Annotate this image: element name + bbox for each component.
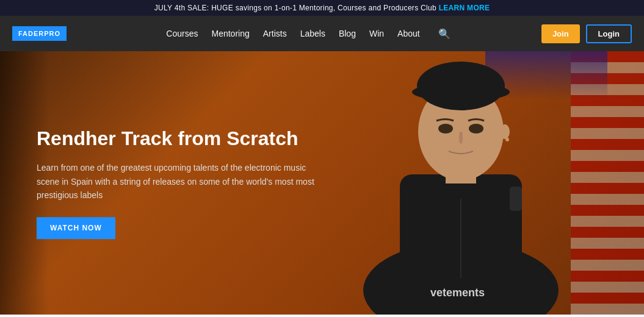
svg-point-6 <box>438 124 453 134</box>
announcement-bar: JULY 4th SALE: HUGE savings on 1-on-1 Me… <box>0 0 644 16</box>
svg-point-7 <box>469 124 483 134</box>
nav-item-win[interactable]: Win <box>369 29 384 38</box>
nav-item-labels[interactable]: Labels <box>300 29 325 38</box>
hero-content: Rendher Track from Scratch Learn from on… <box>37 127 330 239</box>
announcement-text: JULY 4th SALE: HUGE savings on 1-on-1 Me… <box>154 4 436 12</box>
nav-item-mentoring[interactable]: Mentoring <box>211 29 249 38</box>
navbar: FADERPRO Courses Mentoring Artists Label… <box>0 16 644 51</box>
nav-item-about[interactable]: About <box>397 29 420 38</box>
announcement-link[interactable]: LEARN MORE <box>439 4 490 12</box>
nav-item-courses[interactable]: Courses <box>166 29 198 38</box>
login-button[interactable]: Login <box>586 24 632 43</box>
watch-now-button[interactable]: WATCH NOW <box>37 217 115 239</box>
nav-actions: Join Login <box>541 24 632 43</box>
hero-person-image: vetements <box>339 51 583 315</box>
nav-item-artists[interactable]: Artists <box>263 29 287 38</box>
hero-section: vetements Rendher Track from Scratch Lea… <box>0 51 644 315</box>
nav-item-blog[interactable]: Blog <box>339 29 356 38</box>
nav-links: Courses Mentoring Artists Labels Blog Wi… <box>85 28 532 40</box>
svg-point-8 <box>500 124 510 139</box>
svg-point-5 <box>417 62 505 110</box>
search-icon[interactable]: 🔍 <box>438 28 450 40</box>
svg-text:vetements: vetements <box>430 287 485 299</box>
person-svg: vetements <box>345 52 577 315</box>
hero-description: Learn from one of the greatest upcoming … <box>37 162 330 202</box>
logo[interactable]: FADERPRO <box>12 26 67 41</box>
hero-title: Rendher Track from Scratch <box>37 127 330 150</box>
join-button[interactable]: Join <box>541 24 580 43</box>
svg-rect-12 <box>510 187 522 211</box>
svg-point-9 <box>505 138 509 141</box>
